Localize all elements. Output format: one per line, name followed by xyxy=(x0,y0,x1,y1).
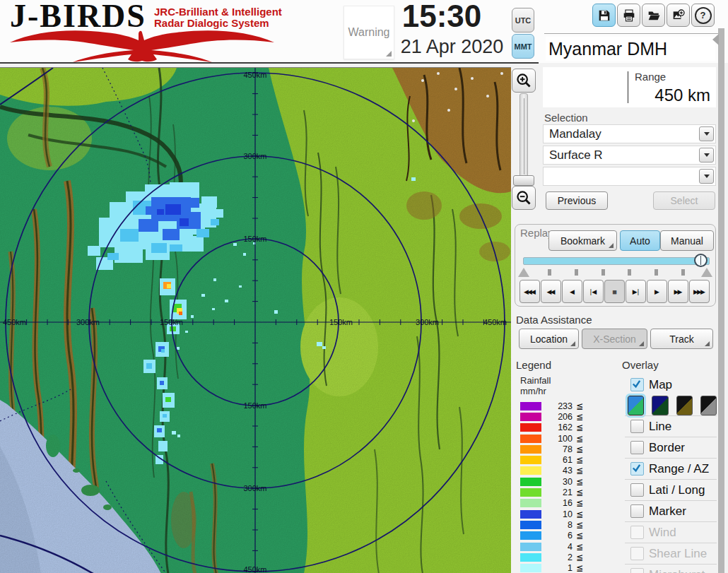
mmt-button[interactable]: MMT xyxy=(512,34,534,59)
range-ring-label: 300km xyxy=(243,152,266,160)
overlay-label-border: Border xyxy=(649,441,685,455)
overlay-row-line[interactable]: Line xyxy=(625,415,717,437)
range-divider xyxy=(628,71,628,103)
help-button[interactable]: ? xyxy=(691,4,715,27)
bookmark-button[interactable]: Bookmark xyxy=(548,230,617,251)
zoom-out-button[interactable] xyxy=(512,186,536,210)
radar-map[interactable]: 450km300km150km150km300km450km450km300km… xyxy=(0,68,511,573)
radar-map-area[interactable]: 450km300km150km150km300km450km450km300km… xyxy=(0,67,511,573)
precip-cell xyxy=(160,381,164,385)
add-image-button[interactable] xyxy=(667,4,690,27)
zoom-slider-track[interactable] xyxy=(519,93,528,179)
auto-mode-button[interactable]: Auto xyxy=(620,230,660,251)
legend-value: 43 xyxy=(541,466,573,475)
legend-value: 162 xyxy=(541,423,573,432)
legend-value: 8 xyxy=(541,520,573,530)
stop-button[interactable]: ■ xyxy=(604,280,625,303)
forward-fast-button[interactable]: ▶▶▶ xyxy=(689,280,710,303)
rewind-button[interactable]: ◀◀ xyxy=(541,280,561,303)
slider-start-marker[interactable] xyxy=(518,268,529,277)
panel-edge-strip[interactable] xyxy=(718,28,724,573)
legend-lte-symbol: ≦ xyxy=(576,455,583,465)
utc-button[interactable]: UTC xyxy=(512,8,534,33)
border-checkbox[interactable] xyxy=(630,441,644,454)
option-dropdown[interactable] xyxy=(543,167,716,186)
warning-button[interactable]: Warning xyxy=(344,6,394,59)
step-back-button[interactable]: |◀ xyxy=(583,280,604,303)
overlay-row-lati-long[interactable]: Lati / Long xyxy=(625,479,717,500)
legend-item: 78≦ xyxy=(520,444,621,454)
replay-slider-track[interactable] xyxy=(523,257,710,265)
previous-button[interactable]: Previous xyxy=(546,191,608,210)
precip-cell xyxy=(201,196,217,208)
legend-value: 1 xyxy=(541,563,573,573)
overlay-row-shear-line: Shear Line xyxy=(625,543,717,564)
range-ring-label: 150km xyxy=(243,401,266,410)
manual-mode-button[interactable]: Manual xyxy=(660,230,714,251)
legend-value: 100 xyxy=(541,434,573,444)
collapse-panel-icon[interactable] xyxy=(712,34,719,45)
zoom-in-button[interactable] xyxy=(512,69,536,93)
legend-value: 78 xyxy=(541,444,573,454)
overlay-row-wind: Wind xyxy=(625,521,717,543)
replay-slider-handle[interactable] xyxy=(694,254,708,267)
precip-cell xyxy=(107,253,119,260)
range-az-checkbox[interactable] xyxy=(630,462,644,475)
magnifier-minus-icon xyxy=(516,190,532,206)
legend-color-swatch xyxy=(520,445,541,454)
legend-color-swatch xyxy=(520,402,541,410)
step-forward-button[interactable]: ▶| xyxy=(626,280,646,303)
precip-cell xyxy=(212,308,215,310)
precip-cell xyxy=(177,435,180,437)
site-dropdown[interactable]: Mandalay xyxy=(543,124,716,143)
legend-item: 43≦ xyxy=(520,466,621,476)
product-dropdown-button[interactable] xyxy=(699,148,714,163)
forward-button[interactable]: ▶▶ xyxy=(668,280,688,303)
precip-cell xyxy=(185,331,188,333)
zoom-slider-handle[interactable] xyxy=(513,175,534,186)
chevron-down-icon xyxy=(704,175,710,178)
precip-cell xyxy=(170,244,182,252)
microburst-checkbox xyxy=(630,568,644,573)
map-style-swatch-3[interactable] xyxy=(676,396,693,415)
save-button[interactable] xyxy=(592,4,616,27)
play-button[interactable]: ▶ xyxy=(647,280,667,303)
marker-checkbox[interactable] xyxy=(630,504,644,518)
range-label: Range xyxy=(635,71,666,83)
legend-lte-symbol: ≦ xyxy=(576,412,583,422)
overlay-row-range-az[interactable]: Range / AZ xyxy=(625,458,717,479)
slider-end-marker[interactable] xyxy=(701,268,712,277)
station-title: Myanmar DMH xyxy=(546,37,715,61)
select-button[interactable]: Select xyxy=(653,191,715,210)
data-assistance-label: Data Assistance xyxy=(516,314,592,326)
option-dropdown-button[interactable] xyxy=(699,169,714,184)
lati-long-checkbox[interactable] xyxy=(630,483,644,497)
product-dropdown[interactable]: Surface R xyxy=(543,146,716,165)
overlay-label-line: Line xyxy=(649,420,671,434)
legend-value: 206 xyxy=(541,412,573,422)
location-button[interactable]: Location xyxy=(519,329,579,349)
play-backward-button[interactable]: ◀ xyxy=(562,280,582,303)
overlay-label: Overlay xyxy=(622,359,659,371)
open-file-button[interactable] xyxy=(642,4,665,27)
precip-cell xyxy=(243,253,246,256)
legend-value: 61 xyxy=(541,455,573,465)
map-style-swatch-4[interactable] xyxy=(700,396,717,415)
precip-cell xyxy=(201,294,205,297)
map-checkbox[interactable] xyxy=(630,378,644,391)
legend-label: Legend xyxy=(516,359,551,371)
track-button[interactable]: Track xyxy=(650,329,713,349)
rewind-fast-button[interactable]: ◀◀◀ xyxy=(519,280,540,303)
line-checkbox[interactable] xyxy=(630,420,644,433)
overlay-row-border[interactable]: Border xyxy=(625,437,717,458)
product-dropdown-value: Surface R xyxy=(549,148,603,163)
map-style-swatch-1[interactable] xyxy=(628,396,644,415)
overlay-row-map[interactable]: Map xyxy=(625,374,717,395)
x-section-button[interactable]: X-Section xyxy=(582,329,647,349)
site-dropdown-button[interactable] xyxy=(699,126,714,141)
map-style-swatch-2[interactable] xyxy=(652,396,668,415)
print-button[interactable] xyxy=(617,4,640,27)
overlay-row-marker[interactable]: Marker xyxy=(625,500,717,521)
shear-line-checkbox xyxy=(630,547,644,560)
precip-cell xyxy=(172,431,176,435)
